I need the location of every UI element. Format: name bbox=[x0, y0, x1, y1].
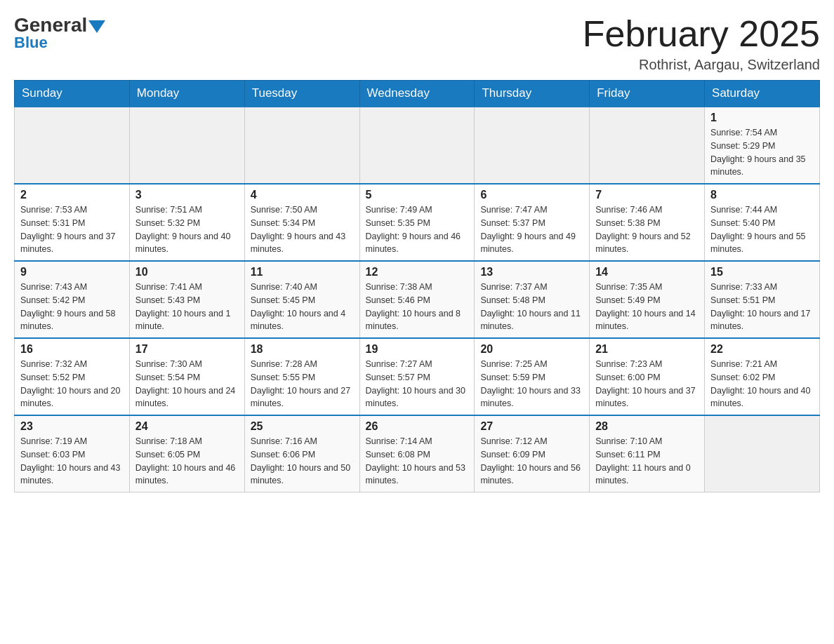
day-number: 14 bbox=[595, 266, 699, 279]
calendar-cell: 11Sunrise: 7:40 AMSunset: 5:45 PMDayligh… bbox=[244, 261, 359, 338]
calendar-header-saturday: Saturday bbox=[705, 81, 820, 107]
calendar-cell: 12Sunrise: 7:38 AMSunset: 5:46 PMDayligh… bbox=[359, 261, 475, 338]
calendar: SundayMondayTuesdayWednesdayThursdayFrid… bbox=[14, 80, 820, 492]
day-info: Sunrise: 7:28 AMSunset: 5:55 PMDaylight:… bbox=[251, 358, 354, 410]
day-info: Sunrise: 7:53 AMSunset: 5:31 PMDaylight:… bbox=[20, 203, 124, 256]
day-number: 22 bbox=[710, 343, 814, 356]
day-info: Sunrise: 7:12 AMSunset: 6:09 PMDaylight:… bbox=[480, 435, 583, 488]
calendar-cell: 5Sunrise: 7:49 AMSunset: 5:35 PMDaylight… bbox=[359, 184, 475, 261]
calendar-cell: 26Sunrise: 7:14 AMSunset: 6:08 PMDayligh… bbox=[359, 415, 475, 492]
day-info: Sunrise: 7:47 AMSunset: 5:37 PMDaylight:… bbox=[480, 203, 583, 256]
day-info: Sunrise: 7:23 AMSunset: 6:00 PMDaylight:… bbox=[595, 358, 699, 410]
calendar-header-tuesday: Tuesday bbox=[244, 81, 359, 107]
calendar-header-thursday: Thursday bbox=[475, 81, 590, 107]
day-number: 27 bbox=[480, 420, 583, 433]
calendar-cell: 18Sunrise: 7:28 AMSunset: 5:55 PMDayligh… bbox=[244, 338, 359, 415]
calendar-cell bbox=[475, 107, 590, 184]
calendar-week-row: 16Sunrise: 7:32 AMSunset: 5:52 PMDayligh… bbox=[15, 338, 820, 415]
logo: General Blue bbox=[14, 14, 107, 52]
day-number: 26 bbox=[366, 420, 469, 433]
logo-blue: Blue bbox=[14, 34, 48, 52]
calendar-cell: 6Sunrise: 7:47 AMSunset: 5:37 PMDaylight… bbox=[475, 184, 590, 261]
calendar-cell: 9Sunrise: 7:43 AMSunset: 5:42 PMDaylight… bbox=[15, 261, 130, 338]
day-number: 19 bbox=[366, 343, 469, 356]
month-title: February 2025 bbox=[583, 14, 820, 54]
calendar-header-sunday: Sunday bbox=[15, 81, 130, 107]
day-info: Sunrise: 7:44 AMSunset: 5:40 PMDaylight:… bbox=[710, 203, 814, 256]
calendar-cell: 15Sunrise: 7:33 AMSunset: 5:51 PMDayligh… bbox=[705, 261, 820, 338]
day-number: 2 bbox=[20, 189, 124, 201]
day-info: Sunrise: 7:37 AMSunset: 5:48 PMDaylight:… bbox=[480, 281, 583, 333]
day-info: Sunrise: 7:25 AMSunset: 5:59 PMDaylight:… bbox=[480, 358, 583, 410]
day-info: Sunrise: 7:14 AMSunset: 6:08 PMDaylight:… bbox=[366, 435, 469, 488]
day-number: 23 bbox=[20, 420, 124, 433]
calendar-cell: 22Sunrise: 7:21 AMSunset: 6:02 PMDayligh… bbox=[705, 338, 820, 415]
calendar-cell: 23Sunrise: 7:19 AMSunset: 6:03 PMDayligh… bbox=[15, 415, 130, 492]
day-number: 1 bbox=[710, 112, 814, 124]
calendar-cell: 19Sunrise: 7:27 AMSunset: 5:57 PMDayligh… bbox=[359, 338, 475, 415]
day-number: 17 bbox=[135, 343, 239, 356]
calendar-cell bbox=[15, 107, 130, 184]
title-block: February 2025 Rothrist, Aargau, Switzerl… bbox=[583, 14, 820, 73]
day-number: 13 bbox=[480, 266, 583, 279]
calendar-header-wednesday: Wednesday bbox=[359, 81, 475, 107]
day-number: 6 bbox=[480, 189, 583, 201]
day-info: Sunrise: 7:16 AMSunset: 6:06 PMDaylight:… bbox=[251, 435, 354, 488]
day-info: Sunrise: 7:32 AMSunset: 5:52 PMDaylight:… bbox=[20, 358, 124, 410]
day-info: Sunrise: 7:40 AMSunset: 5:45 PMDaylight:… bbox=[251, 281, 354, 333]
calendar-cell bbox=[244, 107, 359, 184]
calendar-cell: 24Sunrise: 7:18 AMSunset: 6:05 PMDayligh… bbox=[129, 415, 244, 492]
calendar-cell: 20Sunrise: 7:25 AMSunset: 5:59 PMDayligh… bbox=[475, 338, 590, 415]
calendar-cell: 13Sunrise: 7:37 AMSunset: 5:48 PMDayligh… bbox=[475, 261, 590, 338]
day-info: Sunrise: 7:33 AMSunset: 5:51 PMDaylight:… bbox=[710, 281, 814, 333]
day-number: 10 bbox=[135, 266, 239, 279]
calendar-cell bbox=[129, 107, 244, 184]
day-number: 15 bbox=[710, 266, 814, 279]
calendar-cell bbox=[590, 107, 705, 184]
calendar-cell: 8Sunrise: 7:44 AMSunset: 5:40 PMDaylight… bbox=[705, 184, 820, 261]
calendar-cell: 28Sunrise: 7:10 AMSunset: 6:11 PMDayligh… bbox=[590, 415, 705, 492]
day-number: 24 bbox=[135, 420, 239, 433]
day-number: 11 bbox=[251, 266, 354, 279]
day-number: 12 bbox=[366, 266, 469, 279]
calendar-cell: 3Sunrise: 7:51 AMSunset: 5:32 PMDaylight… bbox=[129, 184, 244, 261]
day-info: Sunrise: 7:51 AMSunset: 5:32 PMDaylight:… bbox=[135, 203, 239, 256]
calendar-week-row: 1Sunrise: 7:54 AMSunset: 5:29 PMDaylight… bbox=[15, 107, 820, 184]
day-info: Sunrise: 7:10 AMSunset: 6:11 PMDaylight:… bbox=[595, 435, 699, 488]
calendar-cell bbox=[359, 107, 475, 184]
calendar-cell: 14Sunrise: 7:35 AMSunset: 5:49 PMDayligh… bbox=[590, 261, 705, 338]
page-header: General Blue February 2025 Rothrist, Aar… bbox=[14, 14, 820, 73]
day-info: Sunrise: 7:41 AMSunset: 5:43 PMDaylight:… bbox=[135, 281, 239, 333]
day-info: Sunrise: 7:46 AMSunset: 5:38 PMDaylight:… bbox=[595, 203, 699, 256]
calendar-week-row: 23Sunrise: 7:19 AMSunset: 6:03 PMDayligh… bbox=[15, 415, 820, 492]
calendar-cell: 17Sunrise: 7:30 AMSunset: 5:54 PMDayligh… bbox=[129, 338, 244, 415]
calendar-cell: 27Sunrise: 7:12 AMSunset: 6:09 PMDayligh… bbox=[475, 415, 590, 492]
day-number: 7 bbox=[595, 189, 699, 201]
calendar-cell: 7Sunrise: 7:46 AMSunset: 5:38 PMDaylight… bbox=[590, 184, 705, 261]
day-number: 8 bbox=[710, 189, 814, 201]
day-number: 4 bbox=[251, 189, 354, 201]
day-info: Sunrise: 7:50 AMSunset: 5:34 PMDaylight:… bbox=[251, 203, 354, 256]
calendar-cell: 21Sunrise: 7:23 AMSunset: 6:00 PMDayligh… bbox=[590, 338, 705, 415]
calendar-cell: 4Sunrise: 7:50 AMSunset: 5:34 PMDaylight… bbox=[244, 184, 359, 261]
day-info: Sunrise: 7:35 AMSunset: 5:49 PMDaylight:… bbox=[595, 281, 699, 333]
calendar-cell bbox=[705, 415, 820, 492]
day-number: 28 bbox=[595, 420, 699, 433]
calendar-header-monday: Monday bbox=[129, 81, 244, 107]
calendar-cell: 16Sunrise: 7:32 AMSunset: 5:52 PMDayligh… bbox=[15, 338, 130, 415]
day-number: 5 bbox=[366, 189, 469, 201]
calendar-cell: 10Sunrise: 7:41 AMSunset: 5:43 PMDayligh… bbox=[129, 261, 244, 338]
day-number: 18 bbox=[251, 343, 354, 356]
day-info: Sunrise: 7:43 AMSunset: 5:42 PMDaylight:… bbox=[20, 281, 124, 333]
calendar-week-row: 2Sunrise: 7:53 AMSunset: 5:31 PMDaylight… bbox=[15, 184, 820, 261]
calendar-week-row: 9Sunrise: 7:43 AMSunset: 5:42 PMDaylight… bbox=[15, 261, 820, 338]
day-info: Sunrise: 7:21 AMSunset: 6:02 PMDaylight:… bbox=[710, 358, 814, 410]
day-info: Sunrise: 7:18 AMSunset: 6:05 PMDaylight:… bbox=[135, 435, 239, 488]
day-number: 21 bbox=[595, 343, 699, 356]
day-info: Sunrise: 7:19 AMSunset: 6:03 PMDaylight:… bbox=[20, 435, 124, 488]
day-info: Sunrise: 7:38 AMSunset: 5:46 PMDaylight:… bbox=[366, 281, 469, 333]
day-number: 16 bbox=[20, 343, 124, 356]
logo-arrow-icon bbox=[88, 20, 105, 33]
day-number: 3 bbox=[135, 189, 239, 201]
calendar-cell: 1Sunrise: 7:54 AMSunset: 5:29 PMDaylight… bbox=[705, 107, 820, 184]
